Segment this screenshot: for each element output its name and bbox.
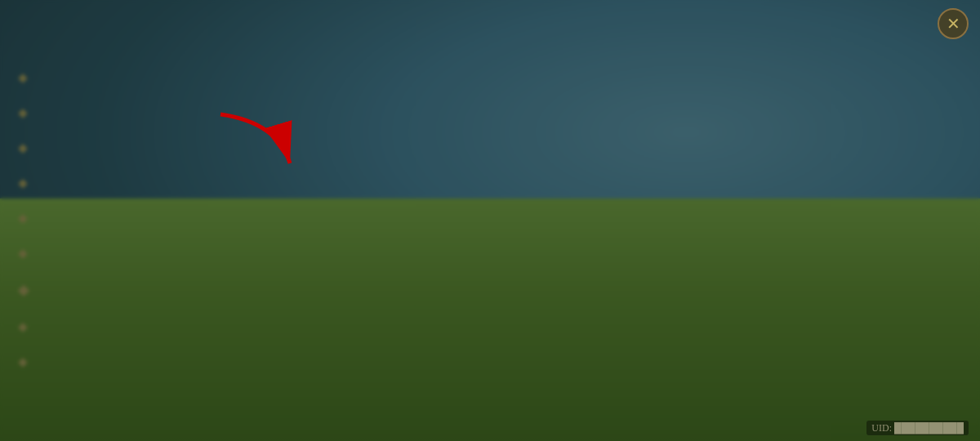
- uid-text: UID: ██████████: [866, 421, 969, 435]
- close-button[interactable]: ✕: [938, 8, 969, 39]
- settings-overlay: [0, 0, 980, 441]
- uid-bar: UID: ██████████: [866, 422, 969, 434]
